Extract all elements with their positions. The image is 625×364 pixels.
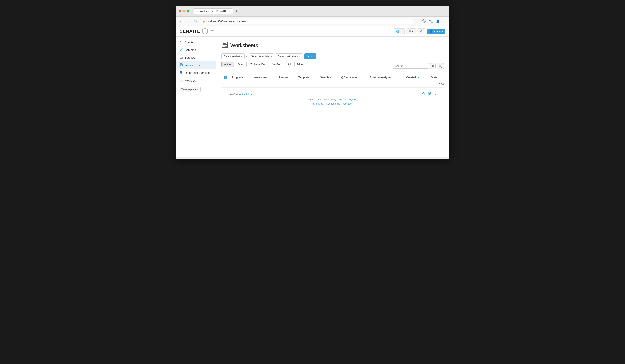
search-clear-button[interactable]: × <box>430 63 436 69</box>
svg-rect-11 <box>223 44 227 45</box>
svg-marker-2 <box>203 28 208 34</box>
filter-active-button[interactable]: Active <box>221 61 234 67</box>
admin-label: admin <box>434 30 440 33</box>
sidebar-item-clients[interactable]: 🗂 Clients <box>176 39 216 46</box>
close-traffic-light[interactable] <box>179 10 181 12</box>
minimize-traffic-light[interactable] <box>183 10 186 12</box>
footer-bottom-row: © 2017-2019 SENAITE <box>227 91 438 96</box>
new-tab-button[interactable]: + <box>234 9 239 13</box>
chat-icon[interactable] <box>435 91 438 96</box>
methods-icon: 📄 <box>179 79 183 82</box>
dropdown-arrow: ▾ <box>401 30 402 33</box>
filter-open-button[interactable]: Open <box>235 61 247 67</box>
accessibility-link[interactable]: Accessibility <box>326 102 340 105</box>
filter-verified-button[interactable]: Verified <box>270 61 284 67</box>
manage-portlets-button[interactable]: Manage portlets <box>179 87 201 92</box>
search-go-button[interactable]: 🔍 <box>437 63 444 69</box>
powered-by-text: SENAITE is powered by: <box>308 98 337 101</box>
select-all-checkbox[interactable]: ✓ <box>224 76 227 79</box>
title-bar: ⊙ Worksheets — SENAITE × + <box>176 6 449 17</box>
select-instrument-dropdown[interactable]: Select instrument <box>276 53 303 59</box>
data-table: ✓ Progress Worksheet Analyst Template Sa… <box>221 73 444 81</box>
filter-all-button[interactable]: All <box>285 61 293 67</box>
search-area: × 🔍 <box>393 63 444 69</box>
apps-grid-button[interactable]: ⊞ ▾ <box>406 28 416 34</box>
sidebar-label-reference-samples: Reference Samples <box>185 71 210 74</box>
maximize-traffic-light[interactable] <box>187 10 189 12</box>
app-body: 🗂 Clients 🧪 Samples Batches Worksheets <box>176 37 449 157</box>
select-analyst-dropdown[interactable]: Select analyst <box>221 53 245 59</box>
th-template: Template <box>296 73 317 81</box>
traffic-lights <box>179 10 189 12</box>
github-icon[interactable] <box>422 91 425 96</box>
nav-actions: ☆ S 🔧 👤 ⋮ <box>416 18 447 24</box>
sidebar-item-worksheets[interactable]: Worksheets <box>176 61 216 69</box>
filter-to-be-verified-button[interactable]: To be verified <box>248 61 269 67</box>
refresh-button[interactable]: ↻ <box>193 19 198 24</box>
settings-button[interactable]: ⚙ <box>418 28 425 34</box>
header-right: 🌐 ▾ ⊞ ▾ ⚙ 👤 admin ▾ <box>394 28 445 34</box>
app-footer: © 2017-2019 SENAITE <box>221 87 444 109</box>
language-button[interactable]: 🌐 ▾ <box>394 28 405 34</box>
bookmark-button[interactable]: ☆ <box>416 19 420 24</box>
extension1-button[interactable]: S <box>422 18 427 24</box>
logo-sub-text: LIMS <box>210 30 216 32</box>
logo: SENAITE LIMS <box>180 28 216 34</box>
th-qc-analyses: QC Analyses <box>339 73 367 81</box>
filter-mine-button[interactable]: Mine <box>294 61 305 67</box>
footer-center: SENAITE is powered by: Plone & Python <box>227 98 438 101</box>
clients-icon: 🗂 <box>179 41 183 44</box>
url-display: localhost:8080/senaite/worksheets <box>206 20 247 23</box>
nav-bar: ← → ↻ 🔒 localhost:8080/senaite/worksheet… <box>176 17 449 26</box>
address-bar[interactable]: 🔒 localhost:8080/senaite/worksheets <box>200 19 414 24</box>
footer-social <box>422 91 438 96</box>
th-checkbox: ✓ <box>221 73 229 81</box>
twitter-icon[interactable] <box>428 91 432 96</box>
plone-python-link[interactable]: Plone & Python <box>339 98 357 101</box>
worksheets-icon <box>179 63 183 67</box>
sort-arrow-created: ▼ <box>417 76 419 79</box>
menu-button[interactable]: ⋮ <box>442 19 447 24</box>
sidebar-item-reference-samples[interactable]: 👤 Reference Samples <box>176 69 216 77</box>
site-map-link[interactable]: Site Map <box>313 102 323 105</box>
browser-tab[interactable]: ⊙ Worksheets — SENAITE × <box>193 8 233 14</box>
sidebar-label-samples: Samples <box>185 48 196 52</box>
tab-bar: ⊙ Worksheets — SENAITE × + <box>193 8 446 14</box>
th-routine-analyses: Routine Analyses <box>368 73 404 81</box>
toolbar-dot: • <box>246 55 248 58</box>
sidebar-item-samples[interactable]: 🧪 Samples <box>176 46 216 54</box>
back-button[interactable]: ← <box>178 19 184 24</box>
grid-dropdown-arrow: ▾ <box>412 30 413 33</box>
sidebar-label-worksheets: Worksheets <box>185 64 200 67</box>
extension2-button[interactable]: 🔧 <box>428 19 434 24</box>
copyright-text: © 2017-2019 <box>227 92 241 95</box>
sidebar-label-batches: Batches <box>185 56 195 59</box>
senaite-footer-link[interactable]: SENAITE <box>242 92 252 95</box>
count-display: 0 / 0 <box>221 81 444 87</box>
lock-icon: 🔒 <box>202 20 205 23</box>
footer-links-row: Site Map Accessibility Contact <box>227 102 438 105</box>
filter-row: Active Open To be verified Verified All … <box>221 61 306 67</box>
th-worksheet: Worksheet <box>251 73 276 81</box>
th-created[interactable]: Created ▼ <box>404 73 429 81</box>
user-profile-button[interactable]: 👤 <box>435 19 440 24</box>
toolbar: Select analyst • Select template Select … <box>221 53 444 59</box>
sidebar-item-methods[interactable]: 📄 Methods <box>176 77 216 84</box>
sidebar-item-batches[interactable]: Batches <box>176 54 216 61</box>
add-button[interactable]: Add <box>305 53 316 59</box>
admin-button[interactable]: 👤 admin ▾ <box>427 29 445 34</box>
th-analyst: Analyst <box>276 73 296 81</box>
footer-copyright: © 2017-2019 SENAITE <box>227 92 252 95</box>
tab-favicon: ⊙ <box>196 10 198 13</box>
forward-button[interactable]: → <box>186 19 191 24</box>
logo-text: SENAITE <box>180 29 200 34</box>
select-template-dropdown[interactable]: Select template <box>249 53 274 59</box>
filter-search-row: Active Open To be verified Verified All … <box>221 61 444 70</box>
tab-title: Worksheets — SENAITE <box>200 10 227 13</box>
grid-icon: ⊞ <box>409 30 411 33</box>
search-input[interactable] <box>393 63 429 69</box>
batches-icon <box>179 56 183 60</box>
logo-hex-icon <box>202 28 208 34</box>
tab-close-button[interactable]: × <box>228 10 230 12</box>
contact-link[interactable]: Contact <box>343 102 352 105</box>
